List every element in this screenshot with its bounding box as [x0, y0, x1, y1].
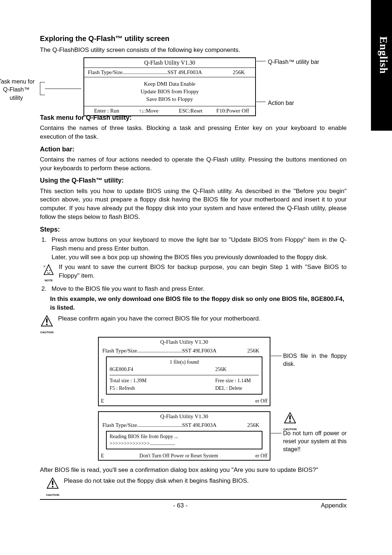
note-icon: NOTE: [42, 263, 59, 282]
label-task-menu: Task menu for Q-Flash™ utility: [0, 78, 36, 102]
warning-text: Don't Turn Off Power or Reset System: [108, 452, 249, 460]
caution-row-last: CAUTION Please do not take out the flopp…: [46, 477, 347, 497]
bios-file-row: 8GE800.F4 256K: [110, 366, 259, 374]
svg-rect-4: [289, 415, 291, 419]
qflash2-flashsize: 256K: [241, 347, 266, 355]
qflash2-bottom: E er Off: [99, 397, 270, 405]
label-action-bar: Action bar: [268, 99, 294, 107]
connector-left: [40, 82, 45, 95]
steps-list: 1. Press arrow buttons on your keyboard …: [41, 236, 347, 261]
note-caption: NOTE: [42, 278, 55, 282]
step-1-num: 1.: [41, 236, 52, 261]
step-1: 1. Press arrow buttons on your keyboard …: [41, 236, 347, 261]
caution-last-text: Please do not take out the floppy disk w…: [64, 477, 347, 485]
note-row-1: NOTE If you want to save the current BIO…: [42, 263, 347, 282]
para-using: This section tells you how to update BIO…: [40, 187, 347, 221]
heading-steps: Steps:: [40, 225, 347, 234]
caution-row-1: CAUTION Please confirm again you have th…: [40, 314, 347, 335]
qflash3-flashrow: Flash Type/Size.........................…: [99, 421, 270, 429]
keys-row: F5 : Refresh DEL : Delete: [110, 384, 259, 392]
para-task: Contains the names of three tasks. Block…: [40, 124, 347, 141]
reading-text: Reading BIOS file from floppy ...: [110, 433, 259, 440]
qflash2-flashtype: Flash Type/Size.........................…: [102, 347, 241, 355]
step-2-text: Move to the BIOS file you want to flash …: [52, 285, 347, 293]
svg-rect-5: [289, 420, 291, 422]
qflash3-flashsize: 256K: [241, 421, 266, 429]
connector-caution-2: [271, 433, 282, 433]
qflash3-flashtype: Flash Type/Size.........................…: [102, 421, 241, 429]
caution-1-text: Please confirm again you have the correc…: [58, 314, 347, 323]
language-tab: English: [371, 0, 392, 131]
qflash-window-1: Q-Flash Utility V1.30 Flash Type/Size...…: [83, 57, 256, 116]
heading-exploring: Exploring the Q-Flash™ utility screen: [40, 33, 347, 44]
para-action: Contains the names of four actions neede…: [40, 155, 347, 173]
bios-file-name: 8GE800.F4: [110, 366, 215, 373]
f5-refresh: F5 : Refresh: [110, 385, 215, 392]
bios-file-size: 256K: [215, 366, 259, 373]
qflash2-title: Q-Flash Utility V1.30: [99, 338, 270, 347]
footer-divider: [40, 499, 347, 500]
step-2: 2. Move to the BIOS file you want to fla…: [41, 285, 347, 293]
appendix-label: Appendix: [321, 501, 347, 510]
caution-icon-2-wrap: CAUTION: [283, 411, 297, 432]
menu-update-bios: Update BIOS from Floppy: [84, 88, 255, 95]
qflash3-panel: Reading BIOS file from floppy ... >>>>>>…: [106, 431, 262, 449]
qflash-diagram-2: Q-Flash Utility V1.30 Flash Type/Size...…: [98, 337, 347, 406]
qflash-titlebar: Q-Flash Utility V1.30: [84, 58, 255, 68]
connector-bottom-right: [256, 102, 266, 102]
del-delete: DEL : Delete: [215, 385, 259, 392]
annotation-bios-file: BIOS file in the floppy disk.: [283, 352, 347, 368]
qflash3-title: Q-Flash Utility V1.30: [99, 412, 270, 421]
caution-caption-3: CAUTION: [46, 493, 60, 497]
step-2-bold: In this example, we only download one BI…: [50, 295, 347, 312]
note-1-text: If you want to save the current BIOS for…: [59, 263, 347, 280]
files-found: 1 file(s) found: [110, 359, 259, 366]
connector-left-line: [45, 89, 81, 89]
steps-list-2: 2. Move to the BIOS file you want to fla…: [41, 285, 347, 293]
qflash3-bottom: E Don't Turn Off Power or Reset System e…: [99, 452, 270, 460]
menu-keep-dmi: Keep DMI Data Enable: [84, 80, 255, 88]
footer-row: - 63 - Appendix: [40, 501, 347, 510]
total-size: Total size : 1.39M: [110, 377, 215, 384]
qflash-window-2: Q-Flash Utility V1.30 Flash Type/Size...…: [98, 337, 270, 406]
free-size: Free size : 1.14M: [215, 377, 259, 384]
flash-size: 256K: [226, 69, 252, 76]
caution-caption-1: CAUTION: [40, 330, 54, 334]
caution-icon-1: CAUTION: [40, 314, 58, 335]
svg-point-0: [47, 270, 48, 272]
step-1-text-b: Later, you will see a box pop up showing…: [52, 253, 347, 262]
menu-save-bios: Save BIOS to Floppy: [84, 95, 255, 103]
qflash2-flashrow: Flash Type/Size.........................…: [99, 347, 270, 355]
heading-using: Using the Q-Flash™ utility:: [40, 176, 347, 185]
bottom-eroff: er Off: [249, 397, 268, 405]
svg-rect-2: [46, 318, 48, 322]
progress-text: >>>>>>>>>>>>>>....................: [110, 440, 259, 447]
qflash-diagram-1: Task menu for Q-Flash™ utility Q-Flash U…: [40, 57, 347, 108]
svg-rect-3: [46, 323, 48, 325]
para-after: After BIOS file is read, you'll see a co…: [40, 466, 347, 474]
action-enter: Enter : Run: [86, 107, 128, 115]
para-exploring: The Q-FlashBIOS utility screen consists …: [40, 46, 347, 54]
qflash-diagram-3: Q-Flash Utility V1.30 Flash Type/Size...…: [98, 411, 347, 461]
caution-icon-3: CAUTION: [46, 477, 64, 497]
bottom3-eroff: er Off: [249, 452, 268, 460]
action-esc: ESC:Reset: [170, 107, 212, 115]
qflash2-panel: 1 file(s) found 8GE800.F4 256K Total siz…: [106, 356, 262, 395]
svg-point-1: [49, 270, 50, 272]
qflash-menu: Keep DMI Data Enable Update BIOS from Fl…: [84, 77, 255, 106]
page-number: - 63 -: [40, 501, 321, 510]
bottom-e: E: [101, 397, 108, 405]
page-content: Exploring the Q-Flash™ utility screen Th…: [40, 33, 347, 510]
svg-rect-7: [52, 486, 53, 487]
qflash-window-3: Q-Flash Utility V1.30 Flash Type/Size...…: [98, 411, 270, 461]
language-label: English: [376, 36, 391, 74]
step-1-text-a: Press arrow buttons on your keyboard to …: [52, 236, 347, 253]
flash-type-text: Flash Type/Size.........................…: [88, 69, 226, 76]
caution-icon-2: CAUTION: [283, 411, 297, 432]
connector-top-right: [256, 61, 266, 61]
connector-bios-file: [271, 356, 282, 356]
size-row: Total size : 1.39M Free size : 1.14M: [110, 377, 259, 385]
label-util-bar: Q-Flash™ utility bar: [268, 58, 319, 66]
action-bar-row: Enter : Run ↑↓:Move ESC:Reset F10:Power …: [84, 106, 255, 115]
flash-type-row: Flash Type/Size.........................…: [84, 68, 255, 77]
